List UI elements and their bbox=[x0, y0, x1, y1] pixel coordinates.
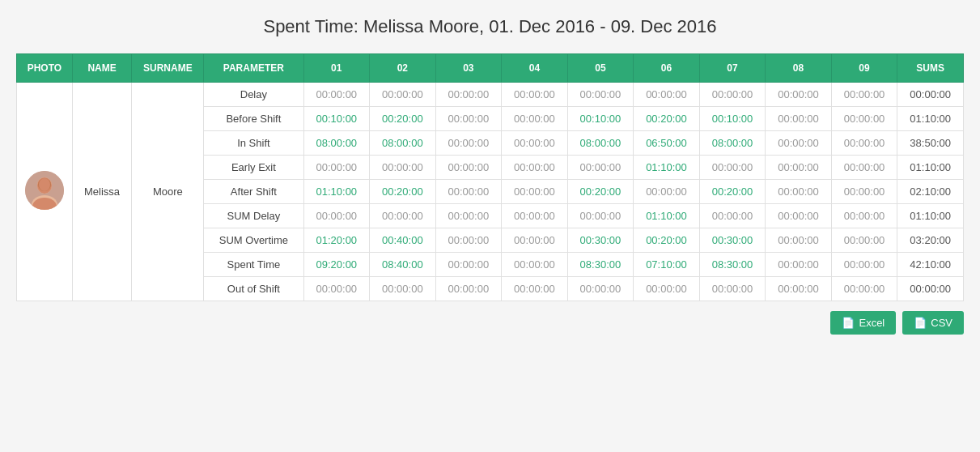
day-value-cell: 00:20:00 bbox=[567, 180, 634, 204]
col-day-06: 06 bbox=[634, 54, 700, 83]
day-value-cell: 00:00:00 bbox=[831, 107, 897, 131]
day-value-cell: 00:00:00 bbox=[766, 180, 832, 204]
name-cell: Melissa bbox=[72, 83, 132, 301]
surname-cell: Moore bbox=[132, 83, 204, 301]
day-value-cell: 00:00:00 bbox=[303, 156, 370, 180]
day-value-cell: 01:10:00 bbox=[634, 156, 700, 180]
csv-label: CSV bbox=[931, 317, 952, 329]
day-value-cell: 00:20:00 bbox=[634, 228, 700, 253]
parameter-cell: After Shift bbox=[204, 180, 303, 204]
day-value-cell: 00:00:00 bbox=[502, 253, 568, 277]
day-value-cell: 09:20:00 bbox=[303, 253, 370, 277]
sum-cell: 02:10:00 bbox=[897, 180, 964, 204]
day-value-cell: 00:00:00 bbox=[303, 204, 370, 228]
parameter-cell: Spent Time bbox=[204, 253, 303, 277]
day-value-cell: 01:10:00 bbox=[303, 180, 370, 204]
day-value-cell: 00:20:00 bbox=[370, 107, 436, 131]
day-value-cell: 00:20:00 bbox=[370, 180, 436, 204]
col-name: NAME bbox=[72, 54, 132, 83]
day-value-cell: 00:00:00 bbox=[435, 180, 502, 204]
day-value-cell: 08:00:00 bbox=[303, 131, 370, 156]
photo-cell bbox=[17, 83, 73, 301]
day-value-cell: 00:00:00 bbox=[766, 156, 832, 180]
day-value-cell: 00:00:00 bbox=[502, 156, 568, 180]
excel-export-button[interactable]: 📄 Excel bbox=[830, 311, 896, 335]
sum-cell: 00:00:00 bbox=[897, 83, 964, 107]
day-value-cell: 01:10:00 bbox=[634, 204, 700, 228]
col-day-03: 03 bbox=[435, 54, 502, 83]
day-value-cell: 00:00:00 bbox=[567, 156, 634, 180]
sum-cell: 01:10:00 bbox=[897, 156, 964, 180]
sum-cell: 03:20:00 bbox=[897, 228, 964, 253]
parameter-cell: SUM Delay bbox=[204, 204, 303, 228]
day-value-cell: 08:00:00 bbox=[370, 131, 436, 156]
day-value-cell: 00:00:00 bbox=[699, 277, 766, 301]
excel-icon: 📄 bbox=[842, 317, 855, 329]
day-value-cell: 00:00:00 bbox=[370, 277, 436, 301]
day-value-cell: 00:00:00 bbox=[699, 156, 766, 180]
day-value-cell: 00:00:00 bbox=[502, 107, 568, 131]
day-value-cell: 00:00:00 bbox=[502, 180, 568, 204]
day-value-cell: 00:00:00 bbox=[831, 228, 897, 253]
main-table-container: PHOTO NAME SURNAME PARAMETER 01 02 03 04… bbox=[16, 53, 964, 301]
day-value-cell: 00:00:00 bbox=[634, 180, 700, 204]
day-value-cell: 08:40:00 bbox=[370, 253, 436, 277]
col-day-02: 02 bbox=[370, 54, 436, 83]
day-value-cell: 00:00:00 bbox=[766, 253, 832, 277]
csv-icon: 📄 bbox=[914, 317, 927, 329]
day-value-cell: 00:00:00 bbox=[831, 204, 897, 228]
col-sums: SUMS bbox=[897, 54, 964, 83]
day-value-cell: 00:00:00 bbox=[370, 156, 436, 180]
export-bar: 📄 Excel 📄 CSV bbox=[16, 311, 964, 335]
day-value-cell: 00:00:00 bbox=[766, 204, 832, 228]
day-value-cell: 00:00:00 bbox=[634, 83, 700, 107]
parameter-cell: In Shift bbox=[204, 131, 303, 156]
day-value-cell: 00:00:00 bbox=[435, 277, 502, 301]
parameter-cell: SUM Overtime bbox=[204, 228, 303, 253]
col-parameter: PARAMETER bbox=[204, 54, 303, 83]
sum-cell: 38:50:00 bbox=[897, 131, 964, 156]
day-value-cell: 01:20:00 bbox=[303, 228, 370, 253]
day-value-cell: 00:00:00 bbox=[435, 156, 502, 180]
parameter-cell: Out of Shift bbox=[204, 277, 303, 301]
day-value-cell: 00:00:00 bbox=[303, 83, 370, 107]
csv-export-button[interactable]: 📄 CSV bbox=[902, 311, 964, 335]
day-value-cell: 00:00:00 bbox=[435, 204, 502, 228]
avatar bbox=[25, 171, 64, 210]
excel-label: Excel bbox=[859, 317, 885, 329]
day-value-cell: 00:40:00 bbox=[370, 228, 436, 253]
day-value-cell: 00:00:00 bbox=[303, 277, 370, 301]
day-value-cell: 00:00:00 bbox=[502, 131, 568, 156]
day-value-cell: 00:00:00 bbox=[435, 83, 502, 107]
sum-cell: 42:10:00 bbox=[897, 253, 964, 277]
day-value-cell: 00:00:00 bbox=[766, 83, 832, 107]
day-value-cell: 00:00:00 bbox=[831, 156, 897, 180]
day-value-cell: 00:00:00 bbox=[435, 253, 502, 277]
sum-cell: 00:00:00 bbox=[897, 277, 964, 301]
col-day-08: 08 bbox=[766, 54, 832, 83]
col-surname: SURNAME bbox=[132, 54, 204, 83]
day-value-cell: 07:10:00 bbox=[634, 253, 700, 277]
day-value-cell: 00:00:00 bbox=[831, 83, 897, 107]
parameter-cell: Before Shift bbox=[204, 107, 303, 131]
day-value-cell: 00:00:00 bbox=[831, 277, 897, 301]
day-value-cell: 00:00:00 bbox=[699, 83, 766, 107]
day-value-cell: 00:20:00 bbox=[634, 107, 700, 131]
data-table: PHOTO NAME SURNAME PARAMETER 01 02 03 04… bbox=[16, 53, 964, 301]
day-value-cell: 00:30:00 bbox=[699, 228, 766, 253]
day-value-cell: 00:00:00 bbox=[567, 204, 634, 228]
day-value-cell: 00:00:00 bbox=[766, 131, 832, 156]
sum-cell: 01:10:00 bbox=[897, 107, 964, 131]
sum-cell: 01:10:00 bbox=[897, 204, 964, 228]
day-value-cell: 08:00:00 bbox=[699, 131, 766, 156]
col-day-01: 01 bbox=[303, 54, 370, 83]
svg-point-5 bbox=[39, 178, 50, 191]
col-day-09: 09 bbox=[831, 54, 897, 83]
day-value-cell: 00:00:00 bbox=[435, 228, 502, 253]
day-value-cell: 00:00:00 bbox=[435, 107, 502, 131]
day-value-cell: 00:00:00 bbox=[699, 204, 766, 228]
day-value-cell: 00:10:00 bbox=[303, 107, 370, 131]
day-value-cell: 00:10:00 bbox=[567, 107, 634, 131]
col-day-07: 07 bbox=[699, 54, 766, 83]
day-value-cell: 00:00:00 bbox=[502, 277, 568, 301]
